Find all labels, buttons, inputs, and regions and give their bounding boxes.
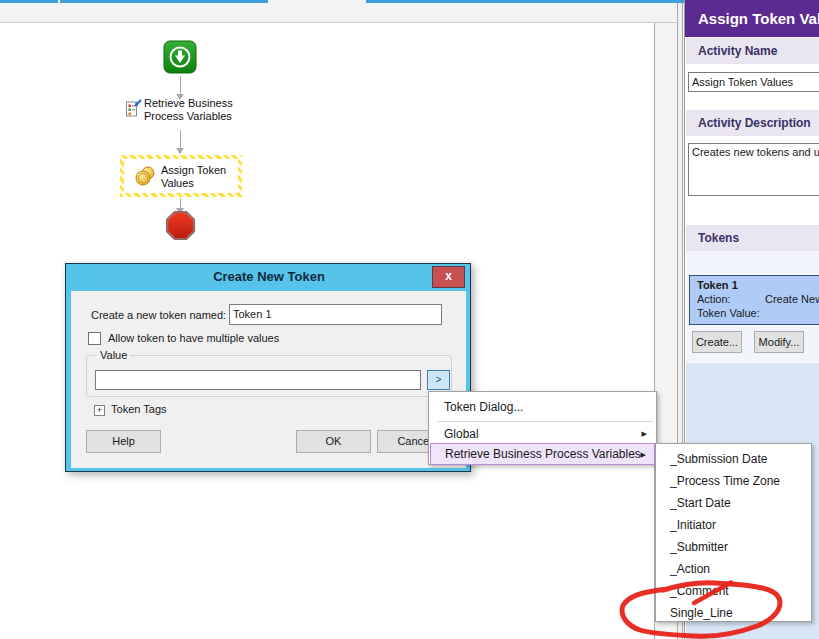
submenu-item[interactable]: _Action bbox=[657, 558, 810, 580]
dialog-title: Create New Token bbox=[66, 264, 472, 291]
modify-token-button[interactable]: Modify... bbox=[754, 331, 804, 353]
submenu-item[interactable]: _Start Date bbox=[657, 492, 810, 514]
dialog-body: Create a new token named: Token 1 Allow … bbox=[71, 291, 466, 468]
token-name-label: Create a new token named: bbox=[91, 309, 226, 321]
assign-token-values-node[interactable]: Assign Token Values bbox=[120, 155, 242, 197]
node-label: Retrieve Business Process Variables bbox=[144, 97, 233, 123]
workflow-designer-window: Retrieve Business Process Variables Assi… bbox=[0, 0, 819, 639]
token-list-item-selected[interactable]: Token 1 Action: Create New Token Value: bbox=[689, 275, 819, 325]
submenu-arrow-icon: ▶ bbox=[641, 444, 646, 466]
connector-line bbox=[180, 130, 181, 148]
end-node[interactable] bbox=[165, 210, 196, 241]
submenu-item[interactable]: _Initiator bbox=[657, 514, 810, 536]
submenu-item[interactable]: _Submission Date bbox=[657, 448, 810, 470]
activity-name-section-header: Activity Name bbox=[686, 38, 819, 64]
tab-strip-segment[interactable] bbox=[0, 0, 58, 3]
menu-separator bbox=[437, 421, 653, 422]
help-button[interactable]: Help bbox=[86, 430, 161, 453]
token-name: Token 1 bbox=[697, 279, 738, 291]
activity-name-input[interactable]: Assign Token Values bbox=[688, 72, 819, 92]
token-action-label: Action: bbox=[697, 293, 731, 305]
submenu-item-single-line[interactable]: Single_Line bbox=[657, 602, 810, 624]
variables-submenu: _Submission Date _Process Time Zone _Sta… bbox=[655, 443, 812, 622]
expand-plus-icon: + bbox=[94, 405, 105, 416]
connector-line bbox=[180, 198, 181, 208]
retrieve-business-process-variables-icon bbox=[125, 98, 143, 118]
activity-description-section-header: Activity Description bbox=[686, 110, 819, 136]
submenu-arrow-icon: ▶ bbox=[642, 423, 647, 445]
value-group-label: Value bbox=[97, 349, 130, 361]
value-input[interactable] bbox=[95, 370, 421, 390]
submenu-item[interactable]: _Submitter bbox=[657, 536, 810, 558]
token-picker-button[interactable]: > bbox=[427, 370, 450, 390]
menu-item-global[interactable]: Global ▶ bbox=[430, 423, 655, 445]
multiple-values-checkbox[interactable] bbox=[88, 332, 101, 345]
close-icon[interactable]: x bbox=[432, 266, 465, 288]
stop-icon bbox=[165, 210, 196, 241]
panel-title: Assign Token Values bbox=[698, 0, 819, 37]
submenu-item[interactable]: _Comment bbox=[657, 580, 810, 602]
retrieve-node[interactable]: Retrieve Business Process Variables bbox=[123, 95, 253, 127]
token-tags-expander[interactable]: + Token Tags bbox=[94, 403, 167, 416]
panel-title-bar: Assign Token Values bbox=[685, 0, 819, 37]
token-value-label: Token Value: bbox=[697, 307, 760, 319]
token-context-menu: Token Dialog... Global ▶ Retrieve Busine… bbox=[428, 391, 657, 465]
multiple-values-label: Allow token to have multiple values bbox=[108, 332, 279, 344]
submenu-item[interactable]: _Process Time Zone bbox=[657, 470, 810, 492]
tab-strip-segment[interactable] bbox=[60, 0, 268, 3]
start-node[interactable] bbox=[163, 40, 197, 74]
start-icon bbox=[163, 40, 197, 74]
tab-strip-segment[interactable] bbox=[366, 0, 684, 3]
connector-line bbox=[180, 76, 181, 94]
ok-button[interactable]: OK bbox=[296, 430, 371, 453]
node-label: Assign Token Values bbox=[161, 164, 226, 190]
token-coins-icon bbox=[133, 165, 157, 187]
token-action-value: Create New bbox=[765, 293, 819, 305]
create-token-button[interactable]: Create... bbox=[692, 331, 742, 353]
menu-item-retrieve-business-process-variables[interactable]: Retrieve Business Process Variables ▶ bbox=[430, 443, 655, 465]
create-new-token-dialog: Create New Token x Create a new token na… bbox=[65, 263, 471, 472]
tokens-section-header: Tokens bbox=[686, 225, 819, 251]
token-name-input[interactable]: Token 1 bbox=[229, 304, 442, 325]
token-tags-label: Token Tags bbox=[111, 403, 166, 415]
activity-description-textarea[interactable]: Creates new tokens and up bbox=[688, 143, 819, 196]
menu-item-token-dialog[interactable]: Token Dialog... bbox=[430, 396, 655, 418]
canvas-top-border bbox=[0, 22, 677, 23]
